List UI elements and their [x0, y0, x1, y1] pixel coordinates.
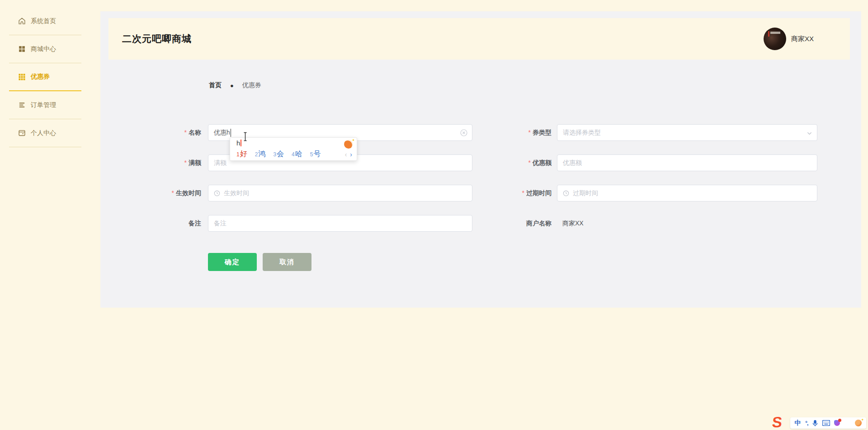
- merchant-value: 商家XX: [562, 215, 584, 232]
- text-caret: [231, 129, 231, 137]
- ime-candidate[interactable]: 1好: [236, 150, 247, 159]
- remark-placeholder: 备注: [214, 220, 226, 228]
- discount-amount-input[interactable]: 优惠额: [557, 154, 817, 171]
- effective-time-placeholder: 生效时间: [224, 189, 249, 197]
- skin-icon[interactable]: [834, 420, 840, 426]
- breadcrumb-current: 优惠券: [242, 81, 261, 89]
- min-amount-label: *满额: [127, 154, 201, 171]
- sidebar: 系统首页 商城中心 优惠券 订单管理 个人中心: [0, 0, 100, 430]
- expire-time-input[interactable]: 过期时间: [557, 185, 817, 201]
- required-marker: *: [184, 129, 187, 136]
- keyboard-icon[interactable]: [822, 417, 830, 429]
- ime-next-page-icon[interactable]: ›: [350, 151, 352, 158]
- mouse-ibeam-cursor: [242, 132, 248, 143]
- remark-input[interactable]: 备注: [208, 215, 472, 232]
- expire-time-label: *过期时间: [477, 185, 552, 201]
- breadcrumb-separator-icon: ●: [230, 82, 234, 89]
- grid-2x2-icon: [18, 45, 26, 53]
- ime-candidate[interactable]: 3会: [273, 150, 284, 159]
- punctuation-icon[interactable]: °,: [805, 417, 808, 429]
- avatar: [764, 28, 786, 50]
- user-info[interactable]: 商家XX: [764, 18, 814, 60]
- confirm-button[interactable]: 确定: [208, 253, 257, 271]
- ime-candidate-popup: h 1好 2鸿 3会 4哈 5号 ‹ ›: [230, 137, 357, 161]
- card-icon: [18, 129, 26, 137]
- coupon-type-placeholder: 请选择券类型: [563, 129, 601, 137]
- ime-prev-page-icon[interactable]: ‹: [345, 151, 347, 158]
- coupon-type-select[interactable]: 请选择券类型: [557, 124, 817, 141]
- discount-amount-label: *优惠额: [477, 154, 552, 171]
- header-bar: 二次元吧唧商城 商家XX: [108, 18, 850, 60]
- chevron-down-icon: [807, 131, 812, 136]
- sogou-logo-icon[interactable]: S: [771, 414, 783, 430]
- home-icon: [18, 17, 26, 25]
- clear-icon[interactable]: [460, 129, 467, 136]
- chinese-mode-icon[interactable]: 中: [795, 417, 801, 429]
- name-input-value: 优惠h: [214, 129, 230, 137]
- sidebar-item-mall-center[interactable]: 商城中心: [9, 35, 81, 63]
- sidebar-item-label: 订单管理: [31, 101, 56, 109]
- ime-candidate[interactable]: 5号: [310, 150, 321, 159]
- name-label: *名称: [127, 124, 201, 141]
- toolbox-icon[interactable]: [844, 420, 851, 426]
- clock-icon: [214, 190, 220, 196]
- required-marker: *: [184, 159, 187, 166]
- ime-candidate-list: 1好 2鸿 3会 4哈 5号: [236, 150, 321, 159]
- page-title: 二次元吧唧商城: [122, 33, 192, 45]
- sidebar-item-label: 系统首页: [31, 17, 56, 25]
- required-marker: *: [522, 189, 524, 196]
- ime-toolbar: 中 °,: [790, 417, 866, 429]
- sidebar-item-orders[interactable]: 订单管理: [9, 91, 81, 119]
- required-marker: *: [528, 159, 531, 166]
- breadcrumb: 首页 ● 优惠券: [209, 81, 261, 89]
- expire-time-placeholder: 过期时间: [573, 189, 598, 197]
- cancel-button[interactable]: 取消: [263, 253, 311, 271]
- grid-3x3-icon: [18, 73, 26, 81]
- sidebar-item-coupons[interactable]: 优惠券: [9, 63, 81, 91]
- sidebar-item-label: 商城中心: [31, 45, 56, 53]
- required-marker: *: [172, 189, 174, 196]
- effective-time-label: *生效时间: [127, 185, 201, 201]
- ime-candidate[interactable]: 2鸿: [255, 150, 266, 159]
- coupon-type-label: *券类型: [477, 124, 552, 141]
- microphone-icon[interactable]: [812, 417, 818, 429]
- merchant-name: 商家XX: [791, 35, 814, 43]
- list-icon: [18, 101, 26, 109]
- sogou-badge-icon: [344, 140, 353, 149]
- sidebar-item-profile[interactable]: 个人中心: [9, 119, 81, 147]
- discount-amount-placeholder: 优惠额: [563, 159, 582, 167]
- breadcrumb-home[interactable]: 首页: [209, 81, 222, 89]
- required-marker: *: [528, 129, 531, 136]
- sidebar-item-label: 个人中心: [31, 129, 56, 137]
- min-amount-placeholder: 满额: [214, 159, 226, 167]
- merchant-label: 商户名称: [477, 215, 552, 232]
- remark-label: 备注: [127, 215, 201, 232]
- ime-pinyin: h: [236, 139, 241, 147]
- ime-candidate[interactable]: 4哈: [292, 150, 302, 159]
- sidebar-item-system-home[interactable]: 系统首页: [9, 7, 81, 35]
- emoji-icon[interactable]: [855, 420, 862, 426]
- sidebar-item-label: 优惠券: [31, 73, 50, 81]
- ime-pager: ‹ ›: [345, 151, 352, 158]
- clock-icon: [563, 190, 569, 196]
- effective-time-input[interactable]: 生效时间: [208, 185, 472, 201]
